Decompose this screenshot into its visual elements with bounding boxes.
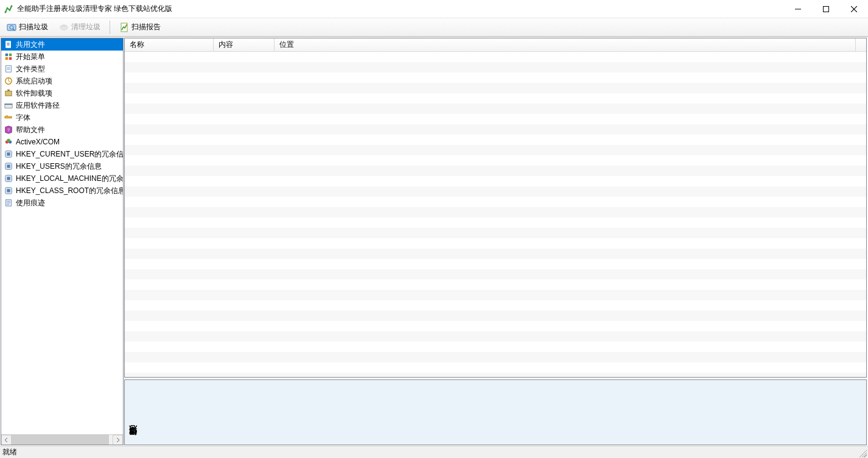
sidebar-item-label: 共用文件 xyxy=(16,40,45,50)
list-row-empty xyxy=(125,52,866,62)
svg-rect-30 xyxy=(7,152,10,155)
sidebar-item-13[interactable]: 使用痕迹 xyxy=(1,197,123,209)
scroll-thumb[interactable] xyxy=(12,435,109,445)
resize-grip[interactable] xyxy=(857,448,867,457)
svg-point-0 xyxy=(5,11,7,13)
svg-rect-18 xyxy=(9,57,12,60)
list-row-empty xyxy=(125,238,866,248)
list-row-empty xyxy=(125,176,866,186)
uninstall-icon xyxy=(4,88,13,98)
list-row-empty xyxy=(125,72,866,83)
scroll-right-arrow[interactable] xyxy=(113,435,123,445)
column-header-1[interactable]: 内容 xyxy=(214,38,275,51)
list-row-empty xyxy=(125,186,866,197)
list-row-empty xyxy=(125,166,866,176)
svg-rect-21 xyxy=(5,91,12,96)
svg-rect-13 xyxy=(7,43,9,43)
close-button[interactable] xyxy=(840,0,868,18)
svg-rect-14 xyxy=(7,44,9,45)
registry-key-icon xyxy=(4,186,13,196)
help-file-icon: ? xyxy=(4,125,13,135)
svg-point-11 xyxy=(126,24,127,25)
list-row-empty xyxy=(125,83,866,93)
sidebar-item-5[interactable]: 应用软件路径 xyxy=(1,99,123,111)
list-row-empty xyxy=(125,311,866,321)
svg-point-9 xyxy=(60,25,68,30)
toolbar-separator xyxy=(110,21,110,34)
report-button[interactable]: 扫描报告 xyxy=(115,20,165,34)
svg-rect-32 xyxy=(7,164,10,167)
titlebar: 全能助手注册表垃圾清理专家 绿色下载站优化版 xyxy=(0,0,868,18)
sidebar-item-label: HKEY_CURENT_USER的冗余信息 xyxy=(16,149,123,160)
svg-point-1 xyxy=(11,5,13,7)
sidebar-item-11[interactable]: HKEY_LOCAL_MACHINE的冗余信息 xyxy=(1,172,123,185)
shared-file-icon xyxy=(4,40,13,49)
list-row-empty xyxy=(125,135,866,145)
list-header: 名称内容位置 xyxy=(125,38,866,52)
sidebar-item-label: 字体 xyxy=(16,113,30,123)
scroll-track[interactable] xyxy=(12,435,113,445)
svg-text:?: ? xyxy=(7,128,10,132)
sidebar-item-7[interactable]: ?帮助文件 xyxy=(1,124,123,136)
sidebar-item-1[interactable]: 开始菜单 xyxy=(1,51,123,63)
svg-point-28 xyxy=(7,139,10,142)
sidebar-item-6[interactable]: 字体 xyxy=(1,111,123,124)
svg-rect-15 xyxy=(5,54,8,56)
list-row-empty xyxy=(125,362,866,373)
sidebar-item-8[interactable]: ActiveX/COM xyxy=(1,136,123,148)
svg-rect-3 xyxy=(824,6,829,12)
sidebar-horizontal-scrollbar[interactable] xyxy=(1,434,123,445)
sidebar-item-0[interactable]: 共用文件 xyxy=(1,38,123,51)
list-row-empty xyxy=(125,280,866,290)
sidebar-item-3[interactable]: 系统启动项 xyxy=(1,75,123,87)
list-row-empty xyxy=(125,93,866,104)
svg-rect-22 xyxy=(7,90,10,91)
sidebar-item-label: 开始菜单 xyxy=(16,52,45,62)
list-row-empty xyxy=(125,207,866,217)
details-panel: 详细信息 xyxy=(124,379,867,445)
list-body[interactable] xyxy=(125,52,866,377)
minimize-button[interactable] xyxy=(784,0,812,18)
window-controls xyxy=(784,0,868,18)
scan-label: 扫描垃圾 xyxy=(19,22,48,32)
scan-icon xyxy=(7,23,16,32)
column-header-0[interactable]: 名称 xyxy=(125,38,214,51)
svg-rect-19 xyxy=(6,66,12,72)
list-row-empty xyxy=(125,104,866,114)
scan-button[interactable]: 扫描垃圾 xyxy=(2,20,52,34)
list-row-empty xyxy=(125,373,866,377)
list-row-empty xyxy=(125,331,866,342)
list-row-empty xyxy=(125,124,866,135)
list-row-empty xyxy=(125,114,866,124)
window-title: 全能助手注册表垃圾清理专家 绿色下载站优化版 xyxy=(17,4,784,14)
registry-key-icon xyxy=(4,174,13,183)
scroll-left-arrow[interactable] xyxy=(1,435,12,445)
list-row-empty xyxy=(125,62,866,72)
list-row-empty xyxy=(125,342,866,352)
details-label: 详细信息 xyxy=(127,440,138,442)
sidebar-item-9[interactable]: HKEY_CURENT_USER的冗余信息 xyxy=(1,148,123,160)
sidebar-item-label: 文件类型 xyxy=(16,64,45,74)
list-row-empty xyxy=(125,248,866,259)
list-row-empty xyxy=(125,197,866,207)
font-icon xyxy=(4,113,13,122)
svg-rect-16 xyxy=(9,54,12,56)
sidebar-item-label: 系统启动项 xyxy=(16,76,52,86)
right-panel: 名称内容位置 详细信息 xyxy=(124,38,867,445)
list-row-empty xyxy=(125,155,866,166)
column-header-2[interactable]: 位置 xyxy=(275,38,856,51)
sidebar-item-10[interactable]: HKEY_USERS的冗余信息 xyxy=(1,160,123,172)
sidebar-item-12[interactable]: HKEY_CLASS_ROOT的冗余信息 xyxy=(1,185,123,197)
status-text: 就绪 xyxy=(2,447,17,457)
statusbar: 就绪 xyxy=(0,446,868,458)
svg-rect-34 xyxy=(7,177,10,180)
startup-icon xyxy=(4,76,13,86)
sidebar-item-2[interactable]: 文件类型 xyxy=(1,63,123,75)
category-tree[interactable]: 共用文件开始菜单文件类型系统启动项软件卸载项应用软件路径字体?帮助文件Activ… xyxy=(1,38,123,434)
maximize-button[interactable] xyxy=(812,0,840,18)
svg-rect-17 xyxy=(5,57,8,60)
sidebar-item-4[interactable]: 软件卸载项 xyxy=(1,87,123,99)
results-list[interactable]: 名称内容位置 xyxy=(124,38,867,378)
registry-key-icon xyxy=(4,149,13,159)
clean-button: 清理垃圾 xyxy=(55,20,105,34)
